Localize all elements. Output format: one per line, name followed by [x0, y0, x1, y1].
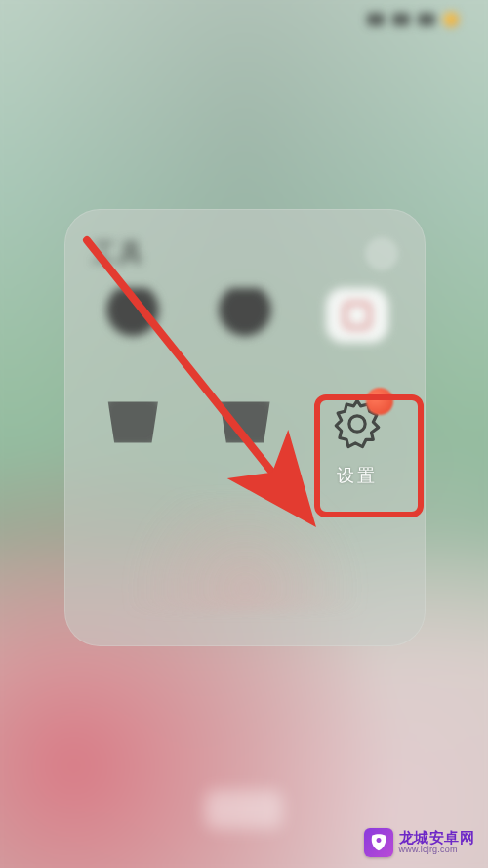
notification-badge-icon [366, 388, 393, 415]
app-icon [214, 288, 276, 343]
settings-app[interactable]: 设置 [305, 393, 408, 487]
app-icon [214, 393, 276, 448]
app-icon [102, 288, 164, 343]
settings-label: 设置 [337, 464, 378, 487]
folder-app-5[interactable] [194, 393, 297, 487]
folder-app-3[interactable] [305, 288, 408, 370]
folder-app-grid: 设置 [82, 288, 408, 487]
folder-app-1[interactable] [82, 288, 184, 370]
folder-app-2[interactable] [194, 288, 297, 370]
statusbar-orange-dot-icon [443, 12, 459, 27]
gear-icon [327, 393, 387, 454]
app-icon [102, 393, 164, 448]
folder-more-icon[interactable] [365, 237, 398, 270]
watermark-url: www.lcjrg.com [399, 846, 475, 854]
dock-hint [205, 790, 283, 829]
folder-header: 工具 [82, 236, 408, 288]
status-bar [0, 0, 488, 39]
watermark-title: 龙城安卓网 [399, 830, 475, 846]
watermark: 龙城安卓网 www.lcjrg.com [360, 825, 481, 860]
app-folder-panel[interactable]: 工具 [64, 209, 426, 646]
svg-point-0 [349, 416, 365, 432]
battery-icon [418, 13, 435, 26]
watermark-logo-icon [364, 828, 393, 857]
app-icon [326, 288, 388, 343]
folder-app-4[interactable] [82, 393, 184, 487]
wifi-icon [392, 13, 410, 26]
signal-icon [367, 13, 385, 26]
folder-title: 工具 [92, 236, 144, 270]
statusbar-right [367, 12, 459, 27]
watermark-text: 龙城安卓网 www.lcjrg.com [399, 830, 475, 854]
folder-bottom-glow [101, 494, 389, 611]
